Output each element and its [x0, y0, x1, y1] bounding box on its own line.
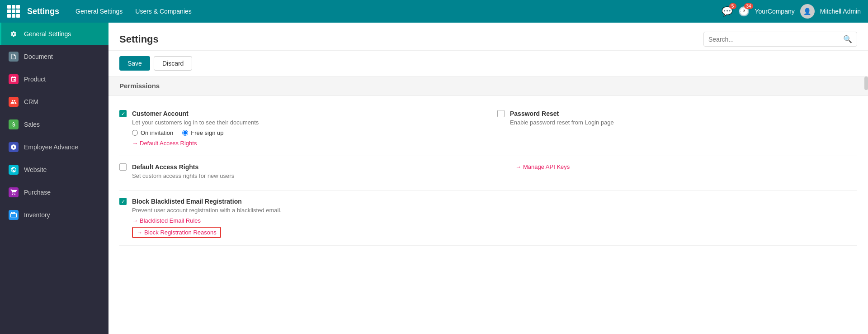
- inventory-icon: [9, 210, 19, 220]
- default-access-rights-desc: Set custom access rights for new users: [132, 172, 479, 179]
- app-layout: General Settings Document Product CRM Sa…: [0, 23, 868, 334]
- crm-icon: [9, 97, 19, 107]
- sidebar-label-product: Product: [24, 76, 46, 83]
- apps-menu-icon[interactable]: [7, 5, 20, 18]
- settings-toolbar: Save Discard: [108, 51, 868, 76]
- notifications-button[interactable]: 💬 5: [722, 6, 733, 17]
- sidebar: General Settings Document Product CRM Sa…: [0, 23, 108, 334]
- settings-row-2: Default Access Rights Set custom access …: [119, 156, 857, 191]
- settings-row-1: ✓ Customer Account Let your customers lo…: [119, 103, 857, 156]
- manage-api-keys-arrow-icon: →: [515, 163, 521, 170]
- purchase-icon: [9, 187, 19, 197]
- activity-badge: 34: [744, 3, 753, 9]
- sidebar-item-sales[interactable]: Sales: [0, 113, 108, 136]
- customer-account-title: Customer Account: [132, 110, 479, 117]
- customer-account-item: ✓ Customer Account Let your customers lo…: [119, 110, 479, 148]
- employee-advance-icon: [9, 142, 19, 152]
- sidebar-label-employee: Employee Advance: [24, 143, 78, 151]
- avatar[interactable]: 👤: [800, 4, 815, 19]
- search-input[interactable]: [708, 36, 843, 43]
- general-settings-icon: [9, 29, 19, 39]
- notifications-badge: 5: [729, 3, 736, 9]
- navbar-users-companies[interactable]: Users & Companies: [130, 5, 197, 18]
- sidebar-label-sales: Sales: [24, 121, 40, 128]
- manage-api-keys-label: Manage API Keys: [523, 163, 570, 170]
- navbar-menu: General Settings Users & Companies: [70, 5, 197, 18]
- on-invitation-label: On invitation: [141, 129, 173, 136]
- product-icon: [9, 74, 19, 84]
- sidebar-label-inventory: Inventory: [24, 211, 50, 219]
- block-registration-reasons-link[interactable]: → Block Registration Reasons: [132, 227, 221, 238]
- settings-body: Permissions ✓ Customer Account Let your …: [108, 76, 868, 334]
- sidebar-item-general-settings[interactable]: General Settings: [0, 23, 108, 45]
- on-invitation-option[interactable]: On invitation: [132, 129, 173, 136]
- activity-button[interactable]: 🕐 34: [738, 6, 750, 17]
- permissions-section-header: Permissions: [108, 76, 868, 95]
- password-reset-desc: Enable password reset from Login page: [510, 119, 857, 126]
- navbar: Settings General Settings Users & Compan…: [0, 0, 868, 23]
- customer-account-body: Customer Account Let your customers log …: [132, 110, 479, 148]
- discard-button[interactable]: Discard: [154, 56, 192, 71]
- sidebar-item-website[interactable]: Website: [0, 158, 108, 181]
- password-reset-checkbox[interactable]: [497, 110, 505, 117]
- settings-header: Settings 🔍: [108, 23, 868, 51]
- password-reset-item: Password Reset Enable password reset fro…: [497, 110, 857, 148]
- main-content: Settings 🔍 Save Discard Permissions: [108, 23, 868, 334]
- blacklisted-email-rules-label: Blacklisted Email Rules: [140, 217, 201, 224]
- blacklisted-email-rules-link[interactable]: → Blacklisted Email Rules: [132, 217, 479, 224]
- settings-row-3: ✓ Block Blacklisted Email Registration P…: [119, 191, 857, 246]
- block-blacklisted-right: [497, 198, 857, 238]
- page-title: Settings: [119, 33, 159, 45]
- manage-api-keys-body: → Manage API Keys: [515, 163, 857, 172]
- sidebar-label-website: Website: [24, 166, 47, 173]
- navbar-actions: 💬 5 🕐 34 YourCompany 👤 Mitchell Admin: [722, 4, 861, 19]
- default-access-rights-link[interactable]: → Default Access Rights: [132, 140, 479, 147]
- default-access-rights-body: Default Access Rights Set custom access …: [132, 163, 479, 183]
- free-signup-label: Free sign up: [191, 129, 223, 136]
- block-blacklisted-title: Block Blacklisted Email Registration: [132, 198, 479, 205]
- permissions-title: Permissions: [119, 82, 160, 90]
- navbar-general-settings[interactable]: General Settings: [70, 5, 128, 18]
- navbar-brand: Settings: [27, 7, 59, 16]
- arrow-right-icon: →: [132, 140, 138, 147]
- sidebar-label-purchase: Purchase: [24, 189, 51, 196]
- company-name[interactable]: YourCompany: [755, 8, 795, 15]
- block-blacklisted-body: Block Blacklisted Email Registration Pre…: [132, 198, 479, 238]
- sidebar-item-product[interactable]: Product: [0, 68, 108, 91]
- manage-api-keys-link[interactable]: → Manage API Keys: [515, 163, 857, 170]
- customer-account-checkbox[interactable]: ✓: [119, 110, 127, 117]
- default-access-rights-checkbox[interactable]: [119, 163, 127, 171]
- customer-account-radio-group: On invitation Free sign up: [132, 129, 479, 136]
- sidebar-item-crm[interactable]: CRM: [0, 91, 108, 113]
- block-registration-reasons-label: Block Registration Reasons: [144, 229, 217, 236]
- scroll-handle[interactable]: [864, 76, 868, 90]
- sidebar-label-crm: CRM: [24, 98, 38, 105]
- save-button[interactable]: Save: [119, 56, 150, 71]
- blacklisted-email-rules-arrow: →: [132, 217, 138, 224]
- default-access-rights-item: Default Access Rights Set custom access …: [119, 163, 479, 183]
- block-blacklisted-desc: Prevent user account registration with a…: [132, 207, 479, 214]
- block-blacklisted-checkbox[interactable]: ✓: [119, 198, 127, 205]
- password-reset-body: Password Reset Enable password reset fro…: [510, 110, 857, 129]
- free-signup-radio[interactable]: [182, 130, 188, 136]
- default-access-rights-link-label: Default Access Rights: [140, 140, 197, 147]
- sidebar-label-document: Document: [24, 53, 53, 60]
- permissions-section: ✓ Customer Account Let your customers lo…: [108, 95, 868, 253]
- password-reset-title: Password Reset: [510, 110, 857, 117]
- free-signup-option[interactable]: Free sign up: [182, 129, 223, 136]
- document-icon: [9, 52, 19, 62]
- username[interactable]: Mitchell Admin: [820, 8, 861, 15]
- customer-account-desc: Let your customers log in to see their d…: [132, 119, 479, 126]
- search-icon[interactable]: 🔍: [843, 35, 852, 43]
- sidebar-item-employee-advance[interactable]: Employee Advance: [0, 136, 108, 158]
- on-invitation-radio[interactable]: [132, 130, 138, 136]
- sidebar-item-inventory[interactable]: Inventory: [0, 204, 108, 226]
- sidebar-item-document[interactable]: Document: [0, 45, 108, 68]
- website-icon: [9, 165, 19, 175]
- sidebar-label-general: General Settings: [24, 30, 71, 38]
- default-access-rights-title: Default Access Rights: [132, 163, 479, 171]
- block-blacklisted-item: ✓ Block Blacklisted Email Registration P…: [119, 198, 479, 238]
- sidebar-item-purchase[interactable]: Purchase: [0, 181, 108, 204]
- block-registration-reasons-arrow: →: [137, 229, 142, 236]
- sales-icon: [9, 119, 19, 129]
